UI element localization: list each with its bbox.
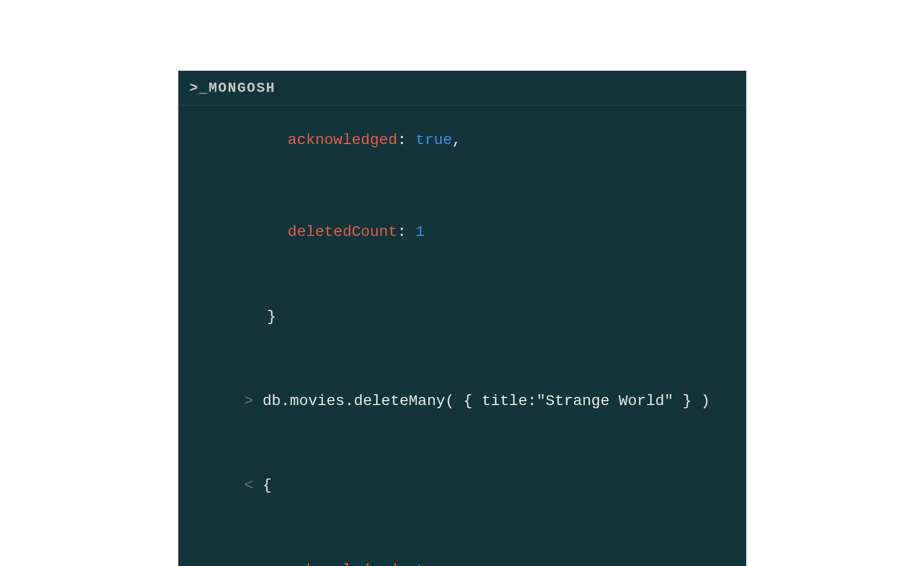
terminal-header: >_MONGOSH (179, 71, 746, 105)
json-value: 1 (416, 223, 425, 240)
json-key: deletedCount (288, 223, 397, 240)
output-line-open: < { (190, 444, 735, 528)
output-line-prev-close: } (190, 275, 735, 359)
json-value: true (416, 562, 452, 566)
output-line-prev-ack: acknowledged: true, (190, 105, 735, 182)
output-line-prev-count: deletedCount: 1 (190, 190, 735, 274)
json-key: acknowledged (288, 562, 397, 566)
prompt-chevron-icon: > (244, 393, 263, 409)
command-text: db.movies.deleteMany( { title:"Strange W… (263, 393, 710, 409)
result-chevron-icon: < (244, 477, 263, 494)
mongosh-terminal: >_MONGOSH acknowledged: true, deletedCou… (178, 71, 746, 566)
terminal-title: >_MONGOSH (190, 80, 276, 96)
terminal-body[interactable]: acknowledged: true, deletedCount: 1 } > … (179, 105, 746, 566)
output-line-ack: acknowledged: true, (190, 528, 735, 566)
command-line: > db.movies.deleteMany( { title:"Strange… (190, 359, 735, 443)
json-key: acknowledged (288, 132, 397, 148)
json-value: true (416, 132, 452, 148)
